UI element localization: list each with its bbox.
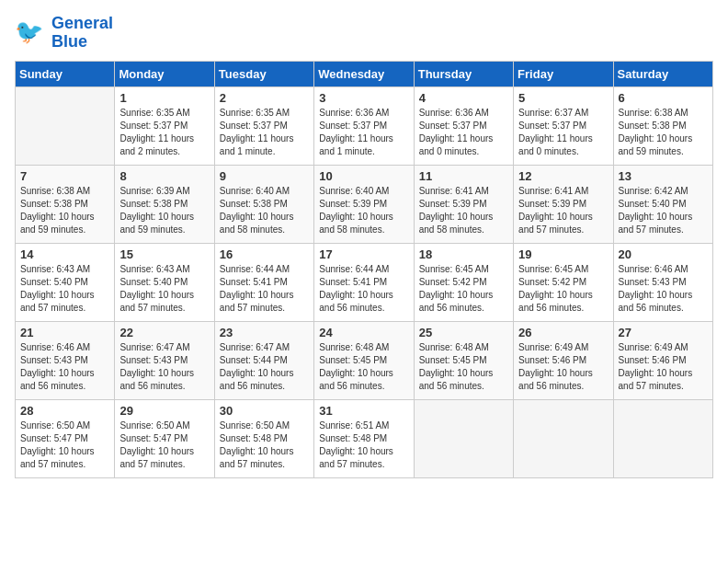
calendar-cell xyxy=(514,399,613,477)
day-info: Sunrise: 6:49 AM Sunset: 5:46 PM Dayligh… xyxy=(619,341,708,393)
day-number: 15 xyxy=(119,247,209,261)
day-info: Sunrise: 6:46 AM Sunset: 5:43 PM Dayligh… xyxy=(619,263,708,315)
day-info: Sunrise: 6:40 AM Sunset: 5:38 PM Dayligh… xyxy=(220,185,309,236)
day-number: 29 xyxy=(119,404,209,418)
day-info: Sunrise: 6:47 AM Sunset: 5:44 PM Dayligh… xyxy=(220,341,309,393)
day-info: Sunrise: 6:38 AM Sunset: 5:38 PM Dayligh… xyxy=(20,185,109,236)
day-number: 4 xyxy=(419,91,508,105)
day-number: 12 xyxy=(518,169,608,183)
day-info: Sunrise: 6:43 AM Sunset: 5:40 PM Dayligh… xyxy=(20,263,109,315)
calendar-cell: 14Sunrise: 6:43 AM Sunset: 5:40 PM Dayli… xyxy=(16,243,115,321)
calendar-cell: 17Sunrise: 6:44 AM Sunset: 5:41 PM Dayli… xyxy=(314,243,414,321)
day-number: 19 xyxy=(518,247,608,261)
day-info: Sunrise: 6:40 AM Sunset: 5:39 PM Dayligh… xyxy=(319,185,408,236)
calendar-cell: 20Sunrise: 6:46 AM Sunset: 5:43 PM Dayli… xyxy=(613,243,712,321)
calendar-cell: 8Sunrise: 6:39 AM Sunset: 5:38 PM Daylig… xyxy=(115,165,214,243)
calendar-cell: 24Sunrise: 6:48 AM Sunset: 5:45 PM Dayli… xyxy=(314,321,414,399)
day-info: Sunrise: 6:41 AM Sunset: 5:39 PM Dayligh… xyxy=(518,185,608,236)
day-number: 23 xyxy=(220,326,309,339)
logo-text: General Blue xyxy=(51,15,113,52)
day-number: 2 xyxy=(220,91,309,105)
day-info: Sunrise: 6:50 AM Sunset: 5:48 PM Dayligh… xyxy=(220,419,309,471)
day-number: 17 xyxy=(319,247,408,261)
page-header: 🐦 General Blue xyxy=(15,15,713,52)
day-number: 1 xyxy=(119,91,209,105)
day-number: 24 xyxy=(319,326,408,339)
svg-text:🐦: 🐦 xyxy=(15,17,44,46)
calendar-week-row: 7Sunrise: 6:38 AM Sunset: 5:38 PM Daylig… xyxy=(16,165,713,243)
calendar-cell: 21Sunrise: 6:46 AM Sunset: 5:43 PM Dayli… xyxy=(16,321,115,399)
calendar-cell: 9Sunrise: 6:40 AM Sunset: 5:38 PM Daylig… xyxy=(214,165,313,243)
calendar-cell: 13Sunrise: 6:42 AM Sunset: 5:40 PM Dayli… xyxy=(613,165,712,243)
day-info: Sunrise: 6:48 AM Sunset: 5:45 PM Dayligh… xyxy=(419,341,508,393)
day-info: Sunrise: 6:39 AM Sunset: 5:38 PM Dayligh… xyxy=(119,185,209,236)
calendar-week-row: 28Sunrise: 6:50 AM Sunset: 5:47 PM Dayli… xyxy=(16,399,713,477)
col-header-thursday: Thursday xyxy=(414,61,513,86)
calendar-cell: 31Sunrise: 6:51 AM Sunset: 5:48 PM Dayli… xyxy=(314,399,414,477)
calendar-table: SundayMondayTuesdayWednesdayThursdayFrid… xyxy=(15,61,713,478)
day-number: 20 xyxy=(619,247,708,261)
calendar-header-row: SundayMondayTuesdayWednesdayThursdayFrid… xyxy=(16,61,713,86)
day-info: Sunrise: 6:41 AM Sunset: 5:39 PM Dayligh… xyxy=(419,185,508,236)
day-number: 28 xyxy=(20,404,109,418)
col-header-monday: Monday xyxy=(115,61,214,86)
day-number: 31 xyxy=(319,404,408,418)
calendar-cell: 29Sunrise: 6:50 AM Sunset: 5:47 PM Dayli… xyxy=(115,399,214,477)
logo: 🐦 General Blue xyxy=(15,15,113,52)
calendar-cell: 6Sunrise: 6:38 AM Sunset: 5:38 PM Daylig… xyxy=(613,86,712,165)
day-number: 18 xyxy=(419,247,508,261)
calendar-cell xyxy=(613,399,712,477)
day-number: 7 xyxy=(20,169,109,183)
calendar-cell: 11Sunrise: 6:41 AM Sunset: 5:39 PM Dayli… xyxy=(414,165,513,243)
col-header-wednesday: Wednesday xyxy=(314,61,414,86)
calendar-cell xyxy=(16,86,115,165)
day-info: Sunrise: 6:36 AM Sunset: 5:37 PM Dayligh… xyxy=(419,107,508,158)
day-info: Sunrise: 6:43 AM Sunset: 5:40 PM Dayligh… xyxy=(119,263,209,315)
day-number: 3 xyxy=(319,91,408,105)
col-header-sunday: Sunday xyxy=(16,61,115,86)
calendar-cell: 30Sunrise: 6:50 AM Sunset: 5:48 PM Dayli… xyxy=(214,399,313,477)
day-number: 5 xyxy=(518,91,608,105)
day-number: 14 xyxy=(20,247,109,261)
col-header-friday: Friday xyxy=(514,61,613,86)
calendar-week-row: 1Sunrise: 6:35 AM Sunset: 5:37 PM Daylig… xyxy=(16,86,713,165)
calendar-cell: 10Sunrise: 6:40 AM Sunset: 5:39 PM Dayli… xyxy=(314,165,414,243)
day-info: Sunrise: 6:35 AM Sunset: 5:37 PM Dayligh… xyxy=(220,107,309,158)
day-number: 22 xyxy=(119,326,209,339)
day-info: Sunrise: 6:49 AM Sunset: 5:46 PM Dayligh… xyxy=(518,341,608,393)
calendar-cell: 5Sunrise: 6:37 AM Sunset: 5:37 PM Daylig… xyxy=(514,86,613,165)
logo-general: General xyxy=(51,14,113,32)
day-info: Sunrise: 6:35 AM Sunset: 5:37 PM Dayligh… xyxy=(119,107,209,158)
calendar-cell: 15Sunrise: 6:43 AM Sunset: 5:40 PM Dayli… xyxy=(115,243,214,321)
calendar-cell: 19Sunrise: 6:45 AM Sunset: 5:42 PM Dayli… xyxy=(514,243,613,321)
calendar-cell: 7Sunrise: 6:38 AM Sunset: 5:38 PM Daylig… xyxy=(16,165,115,243)
day-info: Sunrise: 6:48 AM Sunset: 5:45 PM Dayligh… xyxy=(319,341,408,393)
day-number: 8 xyxy=(119,169,209,183)
day-info: Sunrise: 6:36 AM Sunset: 5:37 PM Dayligh… xyxy=(319,107,408,158)
calendar-cell: 18Sunrise: 6:45 AM Sunset: 5:42 PM Dayli… xyxy=(414,243,513,321)
calendar-cell xyxy=(414,399,513,477)
calendar-cell: 2Sunrise: 6:35 AM Sunset: 5:37 PM Daylig… xyxy=(214,86,313,165)
day-number: 27 xyxy=(619,326,708,339)
day-number: 10 xyxy=(319,169,408,183)
day-number: 16 xyxy=(220,247,309,261)
day-number: 6 xyxy=(619,91,708,105)
day-info: Sunrise: 6:44 AM Sunset: 5:41 PM Dayligh… xyxy=(319,263,408,315)
logo-icon: 🐦 xyxy=(15,17,48,50)
day-info: Sunrise: 6:47 AM Sunset: 5:43 PM Dayligh… xyxy=(119,341,209,393)
calendar-cell: 23Sunrise: 6:47 AM Sunset: 5:44 PM Dayli… xyxy=(214,321,313,399)
day-info: Sunrise: 6:38 AM Sunset: 5:38 PM Dayligh… xyxy=(619,107,708,158)
day-info: Sunrise: 6:45 AM Sunset: 5:42 PM Dayligh… xyxy=(419,263,508,315)
day-number: 26 xyxy=(518,326,608,339)
logo-blue: Blue xyxy=(51,32,87,51)
calendar-cell: 12Sunrise: 6:41 AM Sunset: 5:39 PM Dayli… xyxy=(514,165,613,243)
day-info: Sunrise: 6:51 AM Sunset: 5:48 PM Dayligh… xyxy=(319,419,408,471)
calendar-cell: 26Sunrise: 6:49 AM Sunset: 5:46 PM Dayli… xyxy=(514,321,613,399)
calendar-cell: 1Sunrise: 6:35 AM Sunset: 5:37 PM Daylig… xyxy=(115,86,214,165)
calendar-week-row: 14Sunrise: 6:43 AM Sunset: 5:40 PM Dayli… xyxy=(16,243,713,321)
day-info: Sunrise: 6:46 AM Sunset: 5:43 PM Dayligh… xyxy=(20,341,109,393)
day-number: 21 xyxy=(20,326,109,339)
day-info: Sunrise: 6:42 AM Sunset: 5:40 PM Dayligh… xyxy=(619,185,708,236)
calendar-cell: 3Sunrise: 6:36 AM Sunset: 5:37 PM Daylig… xyxy=(314,86,414,165)
col-header-saturday: Saturday xyxy=(613,61,712,86)
